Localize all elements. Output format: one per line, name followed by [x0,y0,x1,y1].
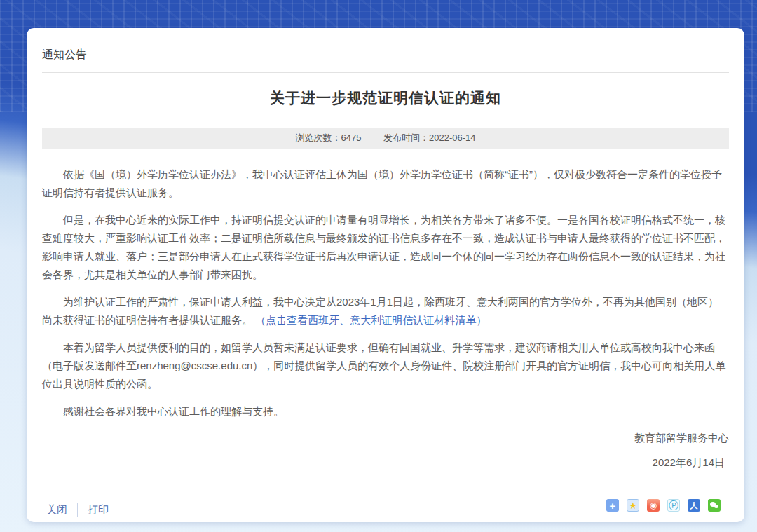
views-meta: 浏览次数：6475 [295,132,361,143]
qzone-star-icon[interactable]: ★ [627,499,639,512]
notice-card: 通知公告 关于进一步规范证明信认证的通知 浏览次数：6475 发布时间：2022… [27,28,744,522]
paragraph-problems: 但是，在我中心近来的实际工作中，持证明信提交认证的申请量有明显增长，为相关各方带… [42,211,729,284]
publish-label: 发布时间： [383,132,429,143]
views-label: 浏览次数： [295,132,341,143]
footer-row: 关闭 打印 + ★ ◉ Ⓟ 人 [42,503,729,517]
breadcrumb-section-title: 通知公告 [42,45,729,73]
paragraph-convenience: 本着为留学人员提供便利的目的，如留学人员暂未满足认证要求，但确有回国就业、升学等… [42,339,729,393]
footer-links: 关闭 打印 [42,503,109,517]
share-bar: + ★ ◉ Ⓟ 人 [606,499,729,512]
publish-meta: 发布时间：2022-06-14 [383,132,476,143]
paragraph-decision: 为维护认证工作的严肃性，保证申请人利益，我中心决定从2023年1月1日起，除西班… [42,293,729,329]
tencent-weibo-icon[interactable]: Ⓟ [667,499,680,512]
close-button[interactable]: 关闭 [46,503,78,517]
page-title: 关于进一步规范证明信认证的通知 [42,88,729,108]
share-more-icon[interactable]: + [606,499,619,512]
article-body: 依据《国（境）外学历学位认证办法》，我中心认证评估主体为国（境）外学历学位证书（… [42,165,729,421]
signature-date: 2022年6月14日 [42,456,729,470]
views-count: 6475 [341,132,361,143]
signature-org: 教育部留学服务中心 [42,432,729,445]
renren-icon[interactable]: 人 [688,499,700,512]
signature-block: 教育部留学服务中心 2022年6月14日 [42,432,729,470]
spain-italy-materials-link[interactable]: （点击查看西班牙、意大利证明信认证材料清单） [255,314,486,326]
print-button[interactable]: 打印 [78,503,109,517]
wechat-icon[interactable] [708,499,721,512]
publish-date: 2022-06-14 [429,132,476,143]
meta-bar: 浏览次数：6475 发布时间：2022-06-14 [42,128,729,149]
sina-weibo-icon[interactable]: ◉ [647,499,660,512]
paragraph-basis: 依据《国（境）外学历学位认证办法》，我中心认证评估主体为国（境）外学历学位证书（… [42,165,729,202]
paragraph-thanks: 感谢社会各界对我中心认证工作的理解与支持。 [42,402,729,421]
